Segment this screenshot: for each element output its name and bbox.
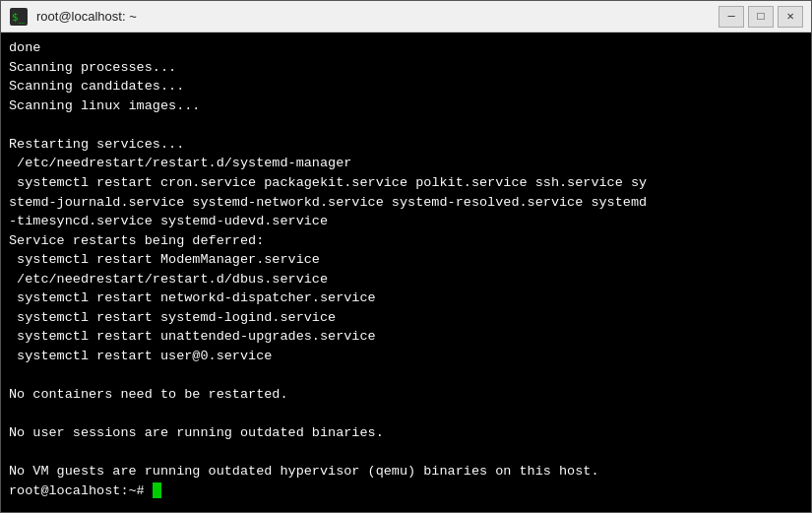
svg-text:$_: $_ <box>12 11 26 24</box>
app-icon: $_ <box>9 7 29 27</box>
terminal-body[interactable]: done Scanning processes... Scanning cand… <box>1 32 811 512</box>
maximize-button[interactable]: □ <box>748 6 774 28</box>
terminal-cursor <box>153 482 161 498</box>
terminal-window: $_ root@localhost: ~ ─ □ ✕ done Scanning… <box>0 0 812 513</box>
window-title: root@localhost: ~ <box>36 9 718 24</box>
minimize-button[interactable]: ─ <box>718 6 744 28</box>
terminal-output: done Scanning processes... Scanning cand… <box>9 38 803 501</box>
titlebar: $_ root@localhost: ~ ─ □ ✕ <box>1 1 811 32</box>
window-controls: ─ □ ✕ <box>718 6 803 28</box>
close-button[interactable]: ✕ <box>778 6 803 28</box>
